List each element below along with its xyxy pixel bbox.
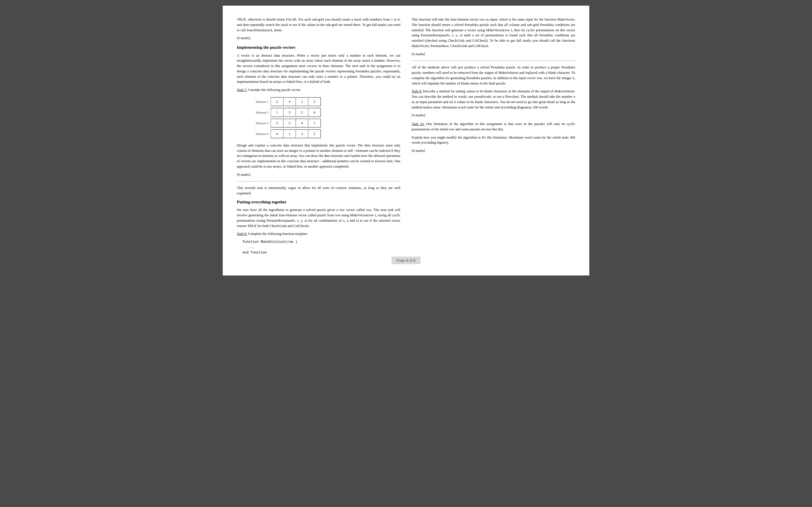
left-para-1: A vector is an abstract data structure. … bbox=[237, 53, 400, 85]
task8-line: Task 8: Complete the following function … bbox=[237, 231, 400, 237]
puzzle-row-3: Element 3 3 2 4 1 bbox=[254, 119, 400, 128]
puzzle-cells-3: 3 2 4 1 bbox=[271, 119, 321, 128]
element-label-2: Element 2 bbox=[254, 110, 271, 115]
right-para-1: This function will take the four-element… bbox=[412, 17, 575, 49]
page-badge: Page 8 of 9 bbox=[392, 257, 421, 264]
row-italic-3: row bbox=[368, 213, 374, 217]
cell-2-4: 4 bbox=[308, 108, 320, 117]
puzzle-cells-1: 2 4 1 3 bbox=[271, 97, 321, 106]
task7-line: Task 7: Consider the following puzzle ve… bbox=[237, 87, 400, 93]
right-x-italic: x bbox=[452, 33, 453, 37]
right-puzzle-italic-1: puzzle bbox=[441, 33, 449, 37]
element-label-1: Element 1 bbox=[254, 100, 271, 104]
puzzle-cells-4: 4 1 3 2 bbox=[271, 129, 321, 138]
right-marks-2: [4 marks] bbox=[412, 113, 575, 118]
cell-4-3: 3 bbox=[296, 129, 308, 138]
cell-1-2: 4 bbox=[283, 98, 296, 106]
puzzle-italic-1: puzzle bbox=[317, 213, 326, 217]
right-y-italic: y bbox=[456, 33, 458, 37]
cell-2-1: 1 bbox=[271, 108, 283, 117]
cell-4-4: 2 bbox=[308, 129, 320, 138]
task8-text: Complete the following function template… bbox=[247, 232, 308, 236]
left-para-3: We now have all the ingredients to gener… bbox=[237, 207, 400, 228]
code-block: function MakeSolution(row ) ... end func… bbox=[243, 239, 400, 256]
task8-label: Task 8: bbox=[237, 232, 247, 236]
right-n-italic-3: n bbox=[454, 100, 456, 104]
puzzle-row-1: Element 1 2 4 1 3 bbox=[254, 97, 400, 106]
left-column: TRUE, otherwise it should return FALSE. … bbox=[237, 17, 400, 259]
cell-2-2: 3 bbox=[283, 108, 296, 117]
task10-line: Task 10: One limitation of the algorithm… bbox=[412, 121, 575, 132]
right-para-2: All of the methods above will just produ… bbox=[412, 65, 575, 86]
right-column: This function will take the four-element… bbox=[412, 17, 575, 259]
right-marks-3: [6 marks] bbox=[412, 148, 575, 154]
cell-4-2: 1 bbox=[283, 129, 296, 138]
cell-1-4: 3 bbox=[308, 98, 320, 106]
page: TRUE, otherwise it should return FALSE. … bbox=[223, 6, 589, 276]
task9-label: Task 9: bbox=[412, 89, 422, 93]
cell-3-2: 2 bbox=[283, 119, 296, 127]
row-italic-1: row bbox=[366, 208, 371, 212]
task7-text: Consider the following puzzle vector: bbox=[247, 88, 301, 92]
task7-label: Task 7: bbox=[237, 88, 247, 92]
task10-label: Task 10: bbox=[412, 122, 424, 126]
code-line-2: ... bbox=[248, 245, 400, 250]
left-heading-2: Putting everything together bbox=[237, 199, 400, 205]
puzzle-row-2: Element 2 1 3 2 4 bbox=[254, 108, 400, 117]
code-line-3: end function bbox=[243, 250, 400, 256]
right-para-3: Explain how you might modify the algorit… bbox=[412, 135, 575, 146]
puzzle-cells-2: 1 3 2 4 bbox=[271, 108, 321, 117]
left-heading-1: Implementing the puzzle vectors bbox=[237, 44, 400, 51]
code-line-1: function MakeSolution(row ) bbox=[243, 239, 400, 245]
cell-3-4: 1 bbox=[308, 119, 320, 127]
divider bbox=[237, 181, 400, 181]
right-z-italic: z bbox=[460, 33, 461, 37]
puzzle-row-4: Element 4 4 1 3 2 bbox=[254, 129, 400, 138]
cell-1-1: 2 bbox=[271, 98, 283, 106]
cell-1-3: 1 bbox=[296, 98, 308, 106]
right-row-italic-3: row bbox=[537, 76, 542, 80]
right-n-italic-2: n bbox=[573, 95, 575, 99]
left-note: This seventh task is intentionally vague… bbox=[237, 185, 400, 196]
element-label-4: Element 4 bbox=[254, 131, 271, 136]
right-row-italic-2: row bbox=[504, 28, 510, 32]
puzzle-italic-2: puzzle bbox=[286, 219, 295, 223]
cell-3-3: 4 bbox=[296, 119, 308, 127]
cell-2-3: 2 bbox=[296, 108, 308, 117]
cell-3-1: 3 bbox=[271, 119, 283, 127]
cell-4-1: 4 bbox=[271, 129, 283, 138]
element-label-3: Element 3 bbox=[254, 121, 271, 126]
code-row-italic: row bbox=[287, 240, 293, 244]
right-row-italic-1: row bbox=[479, 17, 485, 21]
task9-line: Task 9: Describe a method for setting va… bbox=[412, 89, 575, 110]
right-marks-1: [6 marks] bbox=[412, 52, 575, 57]
left-intro-text: TRUE, otherwise it should return FALSE. … bbox=[237, 17, 400, 33]
puzzle-grid: Element 1 2 4 1 3 Element 2 1 3 2 4 bbox=[254, 97, 400, 138]
left-para-2: Design and explain a concrete data struc… bbox=[237, 143, 400, 169]
right-n-italic-1: n bbox=[573, 76, 574, 80]
left-marks-2: [6 marks] bbox=[237, 172, 400, 177]
left-marks-1: [6 marks] bbox=[237, 36, 400, 41]
row-italic-2: row bbox=[335, 213, 340, 217]
